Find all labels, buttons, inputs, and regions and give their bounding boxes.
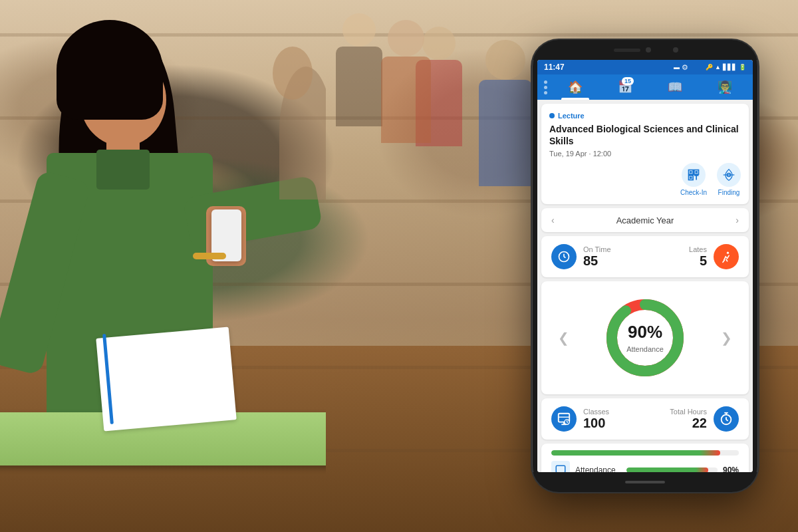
classes-stat: Classes 100 <box>551 406 609 432</box>
nav-dot-1 <box>544 80 547 84</box>
lock-icon: 🔑 <box>706 64 713 70</box>
on-time-group: On Time 85 <box>583 245 611 269</box>
battery-icon: ▬ <box>674 64 680 70</box>
attendance-icon <box>551 461 570 472</box>
phone-speaker <box>614 49 640 52</box>
svg-line-25 <box>726 420 728 421</box>
year-label: Academic Year <box>616 215 674 225</box>
nav-dot-3 <box>544 91 547 94</box>
phone-camera-2 <box>673 47 678 53</box>
phone-screen: 11:47 ▬ ⚙ 🔑 ▲ ▋▋▋ 🔋 <box>537 60 753 472</box>
checkin-icon-circle <box>682 163 706 187</box>
classes-icon-circle <box>551 406 577 432</box>
green-progress-fill <box>551 450 720 456</box>
nav-dot-2 <box>544 86 547 89</box>
phone-bottom-bar <box>532 472 758 492</box>
donut-label: 90% Attendance <box>626 322 664 354</box>
svg-rect-3 <box>695 172 697 174</box>
progress-value: 90% <box>723 466 739 472</box>
svg-rect-1 <box>690 172 692 174</box>
checkin-icon <box>687 168 700 182</box>
finding-label: Finding <box>718 189 740 196</box>
on-time-stat: On Time 85 <box>551 244 611 269</box>
signal-icon: ▋▋▋ <box>723 64 737 70</box>
nav-tabs: 🏠 📅 15 📖 👨‍🏫 <box>537 74 753 100</box>
on-time-label: On Time <box>583 245 611 253</box>
progress-row: Attendance 90% <box>551 461 739 472</box>
phone-wrapper: 11:47 ▬ ⚙ 🔑 ▲ ▋▋▋ 🔋 <box>525 13 765 519</box>
nav-home[interactable]: 🏠 <box>561 74 589 100</box>
settings-icon: ⚙ <box>682 63 688 72</box>
app-content: Lecture Advanced Biological Sciences and… <box>537 100 753 472</box>
lecture-type: Lecture <box>549 112 741 120</box>
checkin-button[interactable]: Check-In <box>680 163 707 196</box>
timer-icon <box>719 412 733 426</box>
classes-icon <box>557 412 571 426</box>
status-icons: ▬ ⚙ 🔑 ▲ ▋▋▋ 🔋 <box>674 63 746 72</box>
lates-value: 5 <box>689 253 707 269</box>
classes-value: 100 <box>583 416 609 431</box>
status-time: 11:47 <box>544 63 565 72</box>
wifi-icon: ▲ <box>715 64 721 70</box>
calendar-badge: 15 <box>622 77 634 85</box>
total-hours-stat: Total Hours 22 <box>670 406 739 432</box>
teacher-icon: 👨‍🏫 <box>718 80 732 94</box>
phone-device: 11:47 ▬ ⚙ 🔑 ▲ ▋▋▋ 🔋 <box>532 40 758 492</box>
lecture-time: Tue, 19 Apr · 12:00 <box>549 150 741 158</box>
home-indicator[interactable] <box>625 481 665 483</box>
on-time-value: 85 <box>583 253 611 269</box>
progress-label: Attendance <box>575 466 621 472</box>
finding-button[interactable]: Finding <box>717 163 741 196</box>
bg-student-4 <box>372 20 439 140</box>
book-icon: 📖 <box>668 80 682 94</box>
running-icon <box>720 250 733 263</box>
clock-icon <box>557 250 571 263</box>
status-bar: 11:47 ▬ ⚙ 🔑 ▲ ▋▋▋ 🔋 <box>537 60 753 74</box>
total-hours-value: 22 <box>670 416 707 431</box>
year-selector: ‹ Academic Year › <box>541 208 749 232</box>
home-icon: 🏠 <box>568 80 583 94</box>
lates-label: Lates <box>689 245 707 253</box>
attendance-text: Attendance <box>626 345 664 353</box>
attendance-progress-bar <box>626 467 718 472</box>
lecture-card: Lecture Advanced Biological Sciences and… <box>541 104 749 204</box>
donut-chart: 90% Attendance <box>598 291 692 384</box>
hours-group: Total Hours 22 <box>670 408 707 431</box>
timer-icon-circle <box>714 406 739 432</box>
nav-items: 🏠 📅 15 📖 👨‍🏫 <box>551 74 749 100</box>
svg-line-22 <box>567 422 568 423</box>
girl-figure <box>0 0 326 532</box>
lecture-title: Advanced Biological Sciences and Clinica… <box>549 123 741 147</box>
classes-label: Classes <box>583 408 609 416</box>
finding-icon <box>722 168 735 182</box>
svg-rect-5 <box>690 177 692 179</box>
year-right-arrow[interactable]: › <box>735 215 739 225</box>
attendance-progress-fill <box>626 467 709 472</box>
lecture-type-label: Lecture <box>558 112 585 120</box>
nav-dots <box>541 75 551 100</box>
battery-status-icon: 🔋 <box>739 64 746 70</box>
running-icon-circle <box>714 244 739 269</box>
year-left-arrow[interactable]: ‹ <box>551 215 555 225</box>
finding-icon-circle <box>717 163 741 187</box>
chart-left-arrow[interactable]: ❮ <box>551 323 576 352</box>
lecture-actions: Check-In Finding <box>549 163 741 196</box>
checkin-label: Check-In <box>680 189 707 196</box>
lecture-dot <box>549 113 555 118</box>
chart-right-arrow[interactable]: ❯ <box>714 323 739 352</box>
svg-rect-28 <box>556 466 565 472</box>
svg-line-12 <box>564 257 566 258</box>
stats-row: On Time 85 Lates 5 <box>541 236 749 277</box>
attendance-percentage: 90% <box>626 322 664 342</box>
phone-top-bar <box>532 40 758 60</box>
phone-camera <box>646 47 651 53</box>
attendance-progress-icon <box>555 464 567 472</box>
classes-group: Classes 100 <box>583 408 609 431</box>
attendance-section: ❮ 90% Attendance ❯ <box>541 281 749 394</box>
bottom-stats: Classes 100 Total Hours 22 <box>541 398 749 440</box>
nav-book[interactable]: 📖 <box>661 74 689 100</box>
nav-calendar[interactable]: 📅 15 <box>611 74 639 100</box>
nav-teacher[interactable]: 👨‍🏫 <box>711 74 739 100</box>
progress-section: Attendance 90% <box>541 444 749 472</box>
clock-icon-circle <box>551 244 577 269</box>
